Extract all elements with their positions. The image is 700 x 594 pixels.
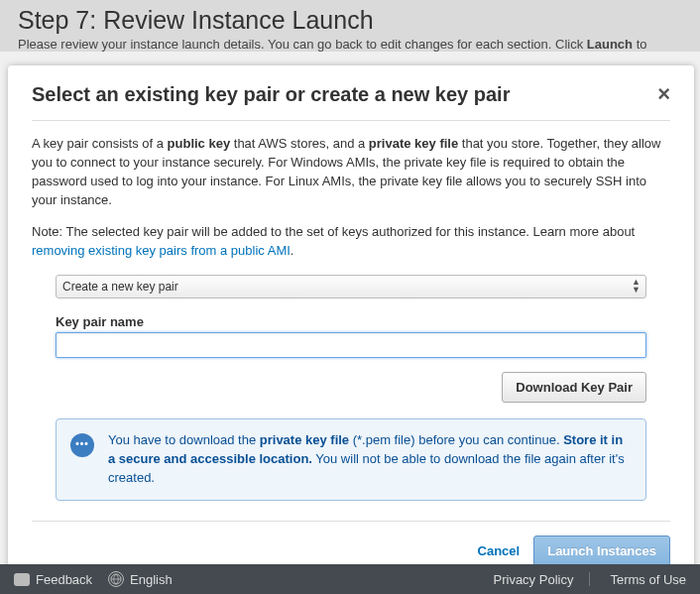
page-backdrop: Step 7: Review Instance Launch Please re… [0,0,700,52]
keypair-mode-row: Create a new key pair ▲▼ [56,275,646,298]
download-row: Download Key Pair [56,372,646,403]
keypair-modal: Select an existing key pair or create a … [8,65,694,586]
modal-body-2: Note: The selected key pair will be adde… [32,223,670,261]
keypair-name-input[interactable] [56,332,646,358]
terms-of-use-link[interactable]: Terms of Use [589,572,686,587]
modal-body-1: A key pair consists of a public key that… [32,135,670,209]
footer-bar: Feedback English Privacy Policy Terms of… [0,564,700,594]
remove-keypairs-link[interactable]: removing existing key pairs from a publi… [32,243,291,258]
keypair-mode-select[interactable]: Create a new key pair [56,275,646,298]
language-link[interactable]: English [108,571,173,587]
modal-title: Select an existing key pair or create a … [32,83,510,106]
launch-instances-button[interactable]: Launch Instances [533,535,670,566]
privacy-policy-link[interactable]: Privacy Policy [494,572,574,587]
download-keypair-button[interactable]: Download Key Pair [502,372,646,403]
close-icon[interactable]: × [657,83,670,105]
step-title: Step 7: Review Instance Launch [18,6,682,35]
modal-footer: Cancel Launch Instances [32,521,670,566]
step-subtitle: Please review your instance launch detai… [18,37,682,52]
globe-icon [108,571,124,587]
download-warning: ••• You have to download the private key… [56,418,646,501]
modal-header: Select an existing key pair or create a … [32,83,670,121]
cancel-button[interactable]: Cancel [478,543,521,558]
keypair-name-label: Key pair name [56,314,646,329]
speech-bubble-icon [14,573,30,586]
info-icon: ••• [70,433,94,457]
feedback-link[interactable]: Feedback [14,572,92,587]
